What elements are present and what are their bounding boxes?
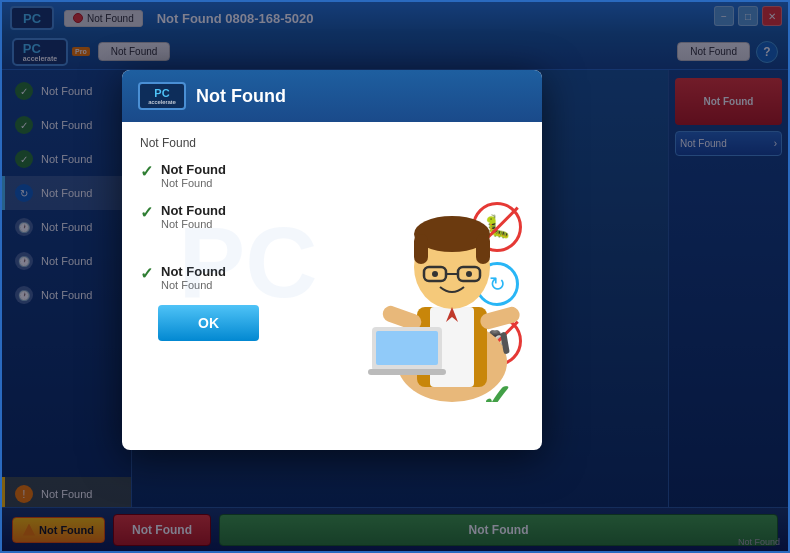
- modal-header: PC accelerate Not Found: [122, 70, 542, 122]
- svg-rect-16: [479, 305, 522, 331]
- svg-rect-6: [476, 234, 490, 264]
- modal-overlay: PC accelerate Not Found PC Not Found ✓ N…: [2, 2, 788, 551]
- modal-item-label-1: Not Found: [161, 203, 226, 218]
- main-window: PC Not Found Not Found 0808-168-5020 − □…: [0, 0, 790, 553]
- modal-ok-button[interactable]: OK: [158, 305, 259, 341]
- check-icon-modal-0: ✓: [140, 162, 153, 181]
- modal-logo: PC accelerate: [138, 82, 186, 110]
- check-icon-modal-2: ✓: [140, 264, 153, 283]
- svg-rect-14: [376, 331, 438, 365]
- modal-body: PC Not Found ✓ Not Found Not Found ✓ Not…: [122, 122, 542, 402]
- modal-dialog: PC accelerate Not Found PC Not Found ✓ N…: [122, 70, 542, 450]
- modal-item-sublabel-0: Not Found: [161, 177, 226, 189]
- modal-item-sublabel-1: Not Found: [161, 218, 226, 230]
- svg-point-11: [466, 271, 472, 277]
- modal-item-label-0: Not Found: [161, 162, 226, 177]
- check-icon-modal-1: ✓: [140, 203, 153, 222]
- svg-point-10: [432, 271, 438, 277]
- modal-title: Not Found: [196, 86, 286, 107]
- modal-item-sublabel-2: Not Found: [161, 279, 226, 291]
- svg-rect-15: [368, 369, 446, 375]
- modal-item-label-2: Not Found: [161, 264, 226, 279]
- person-illustration: [362, 162, 542, 402]
- svg-rect-5: [414, 234, 428, 264]
- modal-subtitle: Not Found: [140, 136, 524, 150]
